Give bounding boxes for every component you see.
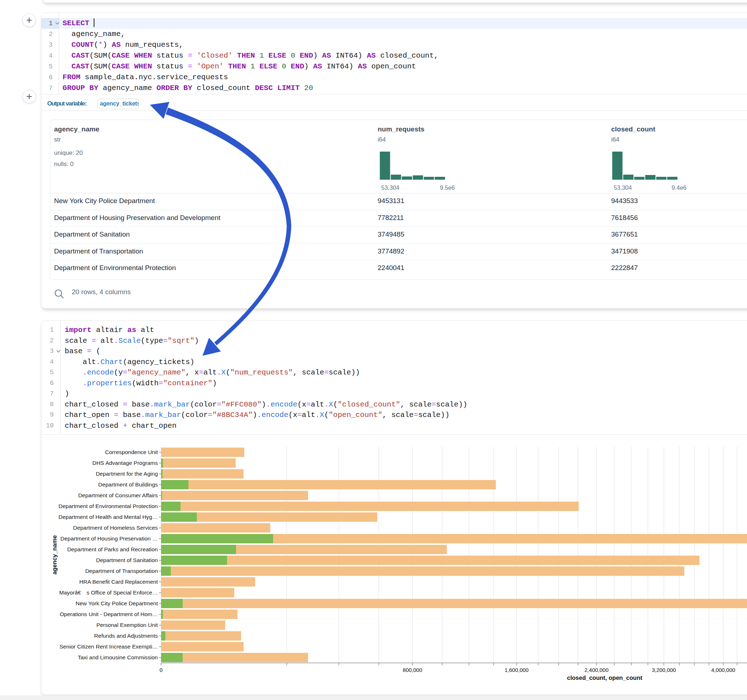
svg-text:Department of Housing Preserva: Department of Housing Preservation … [60, 536, 158, 542]
svg-text:0: 0 [160, 667, 163, 673]
svg-text:closed_count, open_count: closed_count, open_count [567, 674, 643, 681]
svg-text:Department of Consumer Affairs: Department of Consumer Affairs [78, 492, 158, 498]
svg-text:agency_name: agency_name [51, 535, 57, 574]
svg-text:4,000,000: 4,000,000 [711, 667, 735, 673]
svg-text:Mayorâ€ s Office of Special E: Mayorâ€ s Office of Special Enforce… [59, 590, 158, 596]
svg-text:Department of Transportation: Department of Transportation [85, 568, 158, 574]
svg-text:New York City Police Departmen: New York City Police Department [76, 600, 158, 606]
svg-text:Personal Exemption Unit: Personal Exemption Unit [96, 622, 158, 628]
svg-text:Department of Environmental Pr: Department of Environmental Protection [58, 503, 158, 509]
svg-text:3,200,000: 3,200,000 [652, 667, 676, 673]
svg-text:1,600,000: 1,600,000 [505, 667, 529, 673]
svg-text:Senior Citizen Rent Increase E: Senior Citizen Rent Increase Exempti… [59, 643, 158, 650]
svg-text:Taxi and Limousine Commission: Taxi and Limousine Commission [78, 654, 158, 661]
svg-text:Department of Sanitation: Department of Sanitation [96, 557, 158, 563]
svg-text:Department of Health and Menta: Department of Health and Mental Hyg… [58, 514, 158, 520]
svg-text:DHS Advantage Programs: DHS Advantage Programs [92, 460, 158, 466]
svg-text:Department for the Aging: Department for the Aging [96, 471, 158, 477]
svg-text:Correspondence Unit: Correspondence Unit [105, 449, 158, 455]
svg-text:Refunds and Adjustments: Refunds and Adjustments [94, 633, 158, 639]
svg-text:HRA Benefit Card Replacement: HRA Benefit Card Replacement [79, 579, 158, 585]
svg-text:Operations Unit - Department o: Operations Unit - Department of Hom… [60, 611, 158, 617]
svg-text:2,400,000: 2,400,000 [584, 667, 609, 673]
svg-text:Department of Buildings: Department of Buildings [98, 481, 158, 487]
svg-text:Department of Homeless Service: Department of Homeless Services [73, 525, 158, 531]
svg-text:800,000: 800,000 [403, 667, 422, 673]
svg-text:Department of Parks and Recrea: Department of Parks and Recreation [67, 546, 158, 552]
